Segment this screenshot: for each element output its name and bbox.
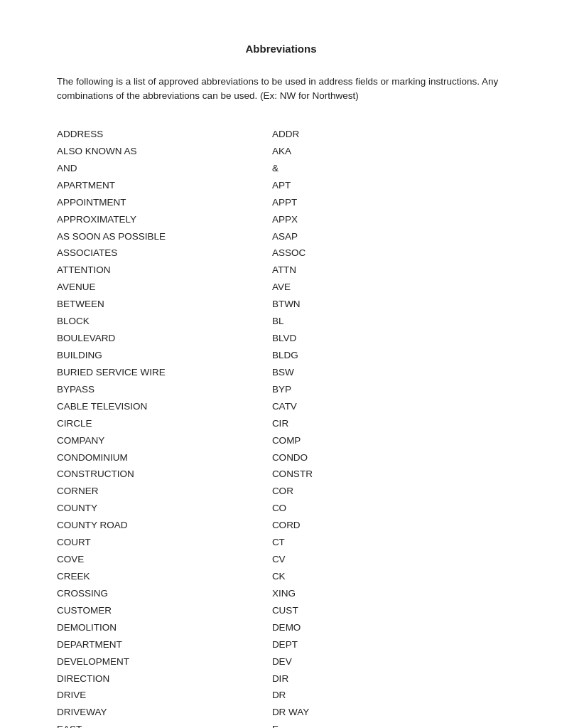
abbrev-cell: ASSOC bbox=[272, 245, 505, 262]
table-row: DEMOLITIONDEMO bbox=[57, 619, 505, 636]
abbrev-cell: CATV bbox=[272, 398, 505, 415]
term-cell: COMPANY bbox=[57, 432, 272, 449]
abbrev-cell: APT bbox=[272, 177, 505, 194]
abbrev-cell: & bbox=[272, 160, 505, 177]
term-cell: ASSOCIATES bbox=[57, 245, 272, 262]
abbrev-cell: DIR bbox=[272, 670, 505, 687]
abbrev-cell: ASAP bbox=[272, 228, 505, 245]
abbrev-cell: CV bbox=[272, 552, 505, 569]
term-cell: DEPARTMENT bbox=[57, 636, 272, 653]
term-cell: BLOCK bbox=[57, 314, 272, 331]
table-row: BETWEENBTWN bbox=[57, 296, 505, 314]
term-cell: CREEK bbox=[57, 568, 272, 585]
term-cell: BOULEVARD bbox=[57, 331, 272, 348]
table-row: CUSTOMERCUST bbox=[57, 602, 505, 619]
term-cell: CONDOMINIUM bbox=[57, 449, 272, 466]
abbrev-cell: BYP bbox=[272, 381, 505, 398]
abbrev-cell: DR bbox=[272, 687, 505, 705]
term-cell: BUILDING bbox=[57, 347, 272, 364]
table-row: AS SOON AS POSSIBLEASAP bbox=[57, 228, 505, 245]
table-row: COVECV bbox=[57, 552, 505, 569]
table-row: COUNTY ROADCORD bbox=[57, 518, 505, 535]
table-row: AND& bbox=[57, 160, 505, 177]
table-row: CABLE TELEVISIONCATV bbox=[57, 398, 505, 415]
term-cell: CROSSING bbox=[57, 585, 272, 602]
term-cell: DEVELOPMENT bbox=[57, 653, 272, 670]
abbrev-cell: BLVD bbox=[272, 331, 505, 348]
abbrev-cell: APPX bbox=[272, 211, 505, 228]
term-cell: AVENUE bbox=[57, 279, 272, 296]
table-row: EASTE bbox=[57, 722, 505, 728]
page-title: Abbreviations bbox=[57, 43, 505, 55]
term-cell: BURIED SERVICE WIRE bbox=[57, 364, 272, 381]
term-cell: BETWEEN bbox=[57, 296, 272, 314]
term-cell: ADDRESS bbox=[57, 127, 272, 144]
table-row: ASSOCIATESASSOC bbox=[57, 245, 505, 262]
term-cell: APARTMENT bbox=[57, 177, 272, 194]
abbrev-cell: AKA bbox=[272, 143, 505, 160]
table-row: ALSO KNOWN ASAKA bbox=[57, 143, 505, 160]
term-cell: APPROXIMATELY bbox=[57, 211, 272, 228]
table-row: APPROXIMATELYAPPX bbox=[57, 211, 505, 228]
abbrev-cell: DEMO bbox=[272, 619, 505, 636]
intro-paragraph: The following is a list of approved abbr… bbox=[57, 75, 505, 104]
table-row: DEVELOPMENTDEV bbox=[57, 653, 505, 670]
abbrev-cell: CONSTR bbox=[272, 466, 505, 483]
abbrev-cell: APPT bbox=[272, 194, 505, 211]
abbrev-cell: CONDO bbox=[272, 449, 505, 466]
table-row: APPOINTMENTAPPT bbox=[57, 194, 505, 211]
table-row: COMPANYCOMP bbox=[57, 432, 505, 449]
abbrev-cell: CK bbox=[272, 568, 505, 585]
abbrev-cell: COMP bbox=[272, 432, 505, 449]
table-row: ATTENTIONATTN bbox=[57, 262, 505, 279]
abbrev-cell: DEV bbox=[272, 653, 505, 670]
table-row: DEPARTMENTDEPT bbox=[57, 636, 505, 653]
table-row: BURIED SERVICE WIREBSW bbox=[57, 364, 505, 381]
table-row: BOULEVARDBLVD bbox=[57, 331, 505, 348]
abbrev-cell: E bbox=[272, 722, 505, 728]
page-container: Abbreviations The following is a list of… bbox=[0, 0, 562, 728]
table-row: AVENUEAVE bbox=[57, 279, 505, 296]
table-row: COUNTYCO bbox=[57, 500, 505, 518]
table-row: BUILDINGBLDG bbox=[57, 347, 505, 364]
abbrev-cell: BLDG bbox=[272, 347, 505, 364]
table-row: CONDOMINIUMCONDO bbox=[57, 449, 505, 466]
term-cell: ALSO KNOWN AS bbox=[57, 143, 272, 160]
abbrev-cell: ATTN bbox=[272, 262, 505, 279]
abbrev-cell: CO bbox=[272, 500, 505, 518]
table-row: CORNERCOR bbox=[57, 483, 505, 500]
abbrev-cell: DEPT bbox=[272, 636, 505, 653]
abbrev-cell: CUST bbox=[272, 602, 505, 619]
abbrev-cell: CORD bbox=[272, 518, 505, 535]
term-cell: AND bbox=[57, 160, 272, 177]
abbrev-cell: CIR bbox=[272, 415, 505, 432]
term-cell: CIRCLE bbox=[57, 415, 272, 432]
table-row: CROSSINGXING bbox=[57, 585, 505, 602]
term-cell: ATTENTION bbox=[57, 262, 272, 279]
abbrev-cell: BTWN bbox=[272, 296, 505, 314]
abbrev-cell: BSW bbox=[272, 364, 505, 381]
term-cell: COUNTY ROAD bbox=[57, 518, 272, 535]
abbrev-cell: XING bbox=[272, 585, 505, 602]
term-cell: DEMOLITION bbox=[57, 619, 272, 636]
table-row: CONSTRUCTIONCONSTR bbox=[57, 466, 505, 483]
term-cell: DRIVEWAY bbox=[57, 705, 272, 722]
table-row: BLOCKBL bbox=[57, 314, 505, 331]
abbrev-cell: DR WAY bbox=[272, 705, 505, 722]
abbrev-cell: CT bbox=[272, 535, 505, 552]
term-cell: APPOINTMENT bbox=[57, 194, 272, 211]
term-cell: DIRECTION bbox=[57, 670, 272, 687]
table-row: DRIVEDR bbox=[57, 687, 505, 705]
abbreviations-table: ADDRESSADDRALSO KNOWN ASAKAAND&APARTMENT… bbox=[57, 127, 505, 729]
table-row: COURTCT bbox=[57, 535, 505, 552]
term-cell: COURT bbox=[57, 535, 272, 552]
abbrev-cell: BL bbox=[272, 314, 505, 331]
table-row: DRIVEWAYDR WAY bbox=[57, 705, 505, 722]
abbrev-cell: COR bbox=[272, 483, 505, 500]
term-cell: COUNTY bbox=[57, 500, 272, 518]
abbrev-cell: AVE bbox=[272, 279, 505, 296]
term-cell: DRIVE bbox=[57, 687, 272, 705]
term-cell: EAST bbox=[57, 722, 272, 728]
term-cell: COVE bbox=[57, 552, 272, 569]
term-cell: BYPASS bbox=[57, 381, 272, 398]
